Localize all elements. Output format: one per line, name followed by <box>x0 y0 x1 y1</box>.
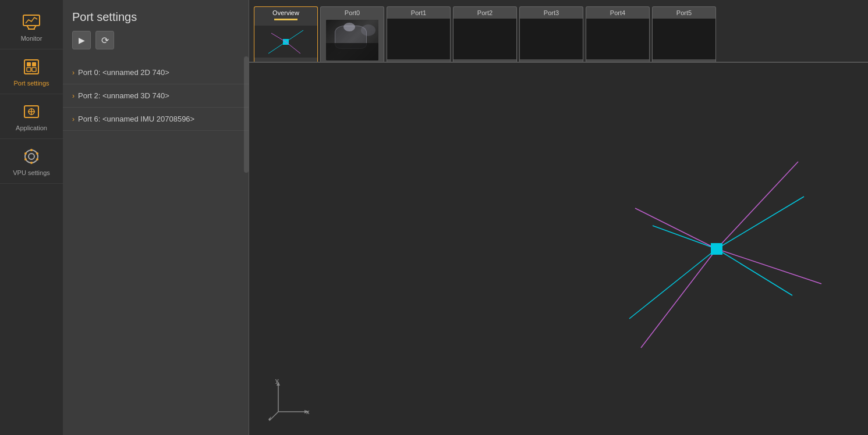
svg-line-26 <box>641 249 717 348</box>
sidebar-item-monitor[interactable]: Monitor <box>0 5 63 49</box>
svg-point-14 <box>24 158 27 161</box>
tab-port4[interactable]: Port4 <box>586 6 650 62</box>
tab-overview-indicator <box>274 19 297 20</box>
tab-port3-preview <box>520 19 583 59</box>
tab-port0[interactable]: Port0 <box>320 6 384 62</box>
tab-overview-preview <box>254 22 317 62</box>
svg-point-11 <box>36 152 38 155</box>
panel-title: Port settings <box>72 10 137 24</box>
sidebar-item-port-settings[interactable]: Port settings <box>0 49 63 94</box>
sidebar-item-application-label: Application <box>16 124 47 131</box>
port-settings-icon <box>21 56 42 77</box>
port-item-0[interactable]: › Port 0: <unnamed 2D 740> <box>63 61 249 84</box>
svg-line-24 <box>717 249 792 295</box>
svg-point-9 <box>29 154 34 159</box>
svg-line-25 <box>717 249 821 284</box>
tab-port3[interactable]: Port3 <box>519 6 583 62</box>
chevron-right-icon-2: › <box>72 92 75 100</box>
svg-point-13 <box>30 162 33 164</box>
refresh-icon: ⟳ <box>101 35 109 46</box>
tabs-bar: Overview Port0 <box>249 0 868 63</box>
chevron-right-icon-6: › <box>72 115 75 123</box>
application-icon <box>21 101 42 122</box>
tab-overview-label: Overview <box>254 7 317 19</box>
play-button[interactable]: ▶ <box>72 31 91 49</box>
tab-port1-preview <box>387 19 450 59</box>
chevron-right-icon-0: › <box>72 69 75 77</box>
svg-line-17 <box>286 30 303 42</box>
svg-point-15 <box>24 152 27 155</box>
sidebar-item-vpu-settings[interactable]: VPU settings <box>0 139 63 184</box>
svg-line-22 <box>629 249 717 319</box>
svg-text:y: y <box>275 377 279 384</box>
svg-line-27 <box>635 208 717 249</box>
sidebar-item-monitor-label: Monitor <box>21 35 42 42</box>
svg-line-20 <box>286 42 300 54</box>
tab-port4-label: Port4 <box>586 7 649 19</box>
3d-visualization <box>594 127 839 371</box>
camera-thumbnail <box>326 20 378 60</box>
tab-port5[interactable]: Port5 <box>652 6 716 62</box>
sidebar: Monitor Port settings Application <box>0 0 63 435</box>
svg-rect-1 <box>24 60 38 74</box>
port-item-6[interactable]: › Port 6: <unnamed IMU 20708596> <box>63 108 249 131</box>
svg-line-23 <box>653 226 717 249</box>
tab-port3-label: Port3 <box>520 7 583 19</box>
tab-port4-preview <box>586 19 649 59</box>
svg-rect-5 <box>32 67 36 72</box>
port-item-0-label: Port 0: <unnamed 2D 740> <box>78 68 169 77</box>
svg-point-8 <box>25 150 38 163</box>
tab-port0-preview <box>321 19 384 62</box>
svg-text:x: x <box>306 408 310 415</box>
vpu-settings-icon <box>21 146 42 167</box>
svg-point-12 <box>36 158 38 161</box>
panel: Port settings ▶ ⟳ › Port 0: <unnamed 2D … <box>63 0 249 435</box>
svg-rect-29 <box>711 243 722 255</box>
monitor-icon <box>21 12 42 33</box>
svg-line-28 <box>717 162 798 249</box>
tab-port2-preview <box>454 19 516 59</box>
svg-line-19 <box>271 33 286 42</box>
svg-rect-0 <box>23 15 40 26</box>
tab-port5-label: Port5 <box>653 7 715 19</box>
tab-port2[interactable]: Port2 <box>453 6 517 62</box>
port-item-6-label: Port 6: <unnamed IMU 20708596> <box>78 115 194 123</box>
svg-line-21 <box>717 197 804 249</box>
panel-header: Port settings <box>63 0 249 31</box>
svg-line-32 <box>270 412 278 420</box>
tab-overview[interactable]: Overview <box>254 6 318 62</box>
tab-port0-label: Port0 <box>321 7 384 19</box>
panel-toolbar: ▶ ⟳ <box>63 31 249 56</box>
svg-point-10 <box>30 149 33 151</box>
axis-indicator: x y <box>267 377 313 423</box>
sidebar-item-vpu-settings-label: VPU settings <box>13 169 50 176</box>
svg-rect-3 <box>32 62 36 66</box>
tab-port2-label: Port2 <box>454 7 516 19</box>
viewport[interactable]: x y <box>249 63 868 435</box>
play-icon: ▶ <box>79 35 85 45</box>
sidebar-item-application[interactable]: Application <box>0 94 63 139</box>
svg-rect-2 <box>27 62 31 66</box>
port-list: › Port 0: <unnamed 2D 740> › Port 2: <un… <box>63 56 249 435</box>
tab-port1[interactable]: Port1 <box>387 6 451 62</box>
port-item-2-label: Port 2: <unnamed 3D 740> <box>78 91 169 100</box>
tab-port1-label: Port1 <box>387 7 450 19</box>
overview-preview-viz <box>263 27 309 56</box>
sidebar-item-port-settings-label: Port settings <box>13 80 49 87</box>
svg-line-18 <box>268 42 286 54</box>
tab-port5-preview <box>653 19 715 59</box>
right-side: Overview Port0 <box>249 0 868 435</box>
svg-rect-4 <box>27 67 31 72</box>
refresh-button[interactable]: ⟳ <box>95 31 114 49</box>
port-item-2[interactable]: › Port 2: <unnamed 3D 740> <box>63 84 249 108</box>
